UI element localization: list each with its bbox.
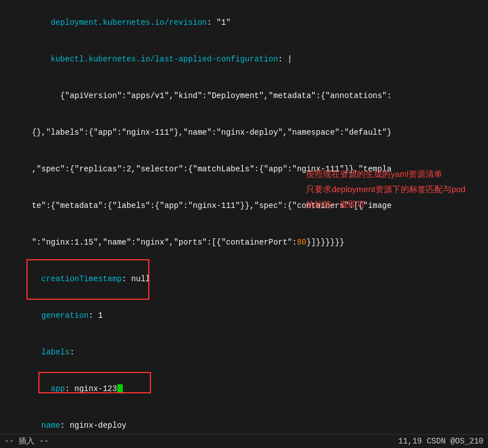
code-area: deployment.kubernetes.io/revision: "1" k…: [3, 5, 485, 448]
line-2: kubectl.kubernetes.io/last-applied-confi…: [3, 41, 485, 78]
line-7: ":"nginx:1.15","name":"nginx","ports":[{…: [3, 224, 485, 261]
status-mode: -- 插入 --: [5, 436, 48, 446]
line-1: deployment.kubernetes.io/revision: "1": [3, 5, 485, 41]
line-9: generation: 1: [3, 298, 485, 335]
annotation-line-3: 的标签一直即可: [306, 197, 465, 212]
annotation-text: 按照现在资源的生成的yaml资源清单 只要求deployment资源下的标签匹配…: [306, 166, 465, 212]
line-10: labels:: [3, 335, 485, 371]
annotation-line-1: 按照现在资源的生成的yaml资源清单: [306, 166, 465, 181]
terminal-window: deployment.kubernetes.io/revision: "1" k…: [0, 0, 488, 448]
status-bar: -- 插入 -- 11,19 CSDN @OS_210: [0, 434, 488, 448]
line-4: {},"labels":{"app":"nginx-111"},"name":"…: [3, 114, 485, 151]
line-11: app: nginx-123: [3, 371, 485, 408]
line-3: {"apiVersion":"apps/v1","kind":"Deployme…: [3, 78, 485, 114]
status-position: 11,19 CSDN @OS_210: [398, 437, 483, 446]
annotation-line-2: 只要求deployment资源下的标签匹配与pod: [306, 181, 465, 197]
line-8: creationTimestamp: null: [3, 261, 485, 298]
cursor: [117, 384, 123, 393]
